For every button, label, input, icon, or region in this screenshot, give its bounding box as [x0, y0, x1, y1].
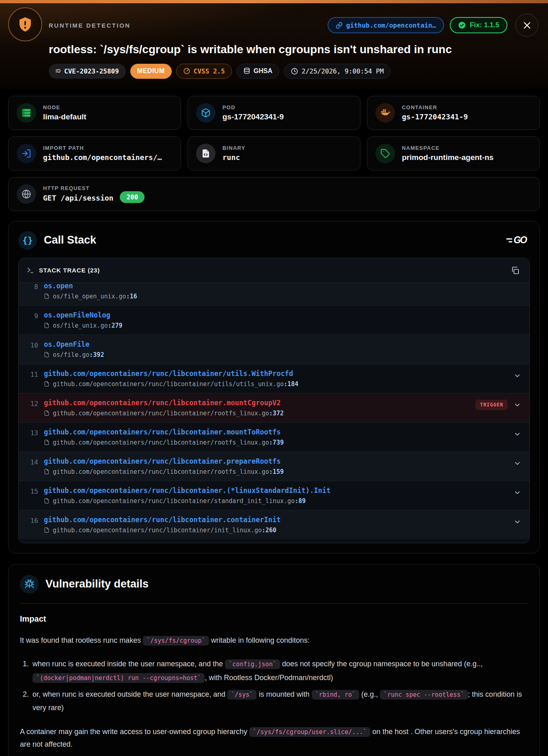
fix-version-badge[interactable]: Fix: 1.1.5 — [450, 17, 507, 33]
frame-function: github.com/opencontainers/runc/libcontai… — [44, 399, 470, 407]
frame-number: 10 — [25, 340, 38, 349]
inline-code: `/sys` — [227, 690, 257, 700]
import-path-value: github.com/opencontainers/… — [43, 153, 162, 162]
frame-file-path: github.com/opencontainers/runc/libcontai… — [53, 527, 262, 534]
frame-number: 13 — [25, 428, 38, 437]
stack-frame[interactable]: 9 os.openFileNolog os/file_unix.go:279 — [19, 305, 529, 335]
page-title: rootless: `/sys/fs/cgroup` is writable w… — [49, 42, 526, 57]
stack-trace-card: STACK TRACE (23) 8 os.open os/file_open_… — [18, 258, 530, 543]
timestamp-badge: 2/25/2026, 9:00:54 PM — [284, 64, 391, 79]
frame-number: 11 — [25, 369, 38, 378]
stack-frame[interactable]: 16 github.com/opencontainers/runc/libcon… — [19, 510, 529, 539]
eyebrow-label: RUNTIME DETECTION — [49, 22, 131, 29]
chevron-down-icon[interactable] — [513, 372, 521, 380]
severity-badge: MEDIUM — [130, 64, 172, 79]
chevron-down-icon[interactable] — [513, 460, 521, 467]
binary-card: BINARY runc — [188, 136, 360, 171]
file-icon — [44, 322, 50, 328]
close-button[interactable] — [516, 14, 538, 37]
inline-code: `rbind, ro` — [312, 690, 359, 700]
stack-trace-scroll[interactable]: 8 os.open os/file_open_unix.go:16 9 os.o… — [19, 283, 529, 543]
inline-code: `/sys/fs/cgroup/user.slice/...` — [249, 727, 370, 737]
link-icon — [336, 22, 343, 29]
frame-function: os.open — [44, 283, 508, 290]
vulnerability-details-title: Vulnerability details — [45, 578, 528, 590]
file-icon — [44, 527, 50, 533]
copy-button[interactable] — [509, 264, 521, 276]
http-request-card: HTTP REQUEST GET /api/session 200 — [8, 177, 540, 211]
frame-file-path: os/file.go — [53, 351, 89, 359]
impact-heading: Impact — [20, 614, 528, 624]
file-icon — [44, 439, 50, 445]
file-icon — [44, 381, 50, 387]
import-path-card: IMPORT PATH github.com/opencontainers/… — [8, 136, 181, 171]
frame-line-number: :159 — [269, 468, 284, 475]
card-label: HTTP REQUEST — [43, 185, 145, 191]
frame-line-number: :260 — [262, 527, 276, 534]
trigger-badge: TRIGGER — [475, 400, 508, 410]
cvss-badge: CVSS 2.5 — [176, 64, 232, 79]
source-badge: GHSA — [236, 64, 279, 79]
frame-line-number: :89 — [295, 497, 306, 505]
stack-frame[interactable]: 10 os.OpenFile os/file.go:392 — [19, 335, 529, 364]
pod-value: gs-1772042341-9 — [222, 112, 284, 121]
frame-file-path: github.com/opencontainers/runc/libcontai… — [53, 497, 295, 505]
bug-icon — [20, 575, 39, 594]
stack-frame[interactable]: 8 os.open os/file_open_unix.go:16 — [19, 283, 529, 305]
timestamp-text: 2/25/2026, 9:00:54 PM — [302, 67, 384, 75]
frame-line-number: :372 — [269, 410, 284, 417]
condition-item: or, when runc is executed outside the us… — [31, 688, 528, 715]
divider — [20, 603, 528, 604]
inline-code: `/sys/fs/cgroup` — [143, 636, 209, 646]
stack-frame[interactable]: 12 github.com/opencontainers/runc/libcon… — [19, 393, 529, 422]
cve-id-badge: ID CVE-2023-25809 — [49, 64, 126, 79]
chevron-down-icon[interactable] — [513, 518, 521, 526]
fix-version-text: Fix: 1.1.5 — [470, 21, 499, 29]
frame-file-path: os/file_open_unix.go — [53, 293, 126, 300]
inline-code: `(docker|podman|nerdctl) run --cgroupns=… — [32, 673, 205, 683]
card-label: CONTAINER — [402, 104, 468, 110]
context-cards: NODE lima-default POD gs-1772042341-9 — [8, 96, 540, 171]
stack-frame[interactable]: 11 github.com/opencontainers/runc/libcon… — [19, 364, 529, 393]
file-icon — [44, 410, 50, 416]
chevron-down-icon[interactable] — [513, 430, 521, 438]
server-icon — [17, 103, 36, 123]
call-stack-title: Call Stack — [44, 234, 499, 246]
cvss-score: CVSS 2.5 — [194, 67, 225, 75]
pod-card: POD gs-1772042341-9 — [188, 96, 360, 130]
cube-icon — [196, 103, 216, 123]
stack-frame[interactable]: 13 github.com/opencontainers/runc/libcon… — [19, 422, 529, 451]
tag-icon — [375, 144, 395, 163]
cve-id-value: CVE-2023-25809 — [64, 67, 119, 75]
chevron-down-icon[interactable] — [513, 401, 521, 409]
file-code-icon — [196, 144, 216, 163]
inline-code: `config.json` — [225, 659, 280, 669]
frame-file-path: github.com/opencontainers/runc/libcontai… — [53, 468, 269, 475]
frame-function: github.com/opencontainers/runc/libcontai… — [44, 428, 508, 436]
namespace-card: NAMESPACE primod-runtime-agent-ns — [367, 136, 540, 171]
frame-number: 8 — [25, 283, 38, 291]
chevron-down-icon[interactable] — [513, 489, 521, 497]
stack-frame[interactable]: 15 github.com/opencontainers/runc/libcon… — [19, 481, 529, 510]
close-icon — [522, 21, 532, 30]
terminal-icon — [27, 267, 34, 274]
stack-trace-label: STACK TRACE (23) — [39, 267, 504, 274]
frame-line-number: :392 — [89, 351, 104, 359]
file-icon — [44, 498, 50, 504]
card-label: BINARY — [222, 145, 246, 151]
card-label: NAMESPACE — [402, 145, 494, 151]
frame-number: 16 — [25, 516, 38, 525]
frame-file-path: github.com/opencontainers/runc/libcontai… — [53, 380, 284, 388]
conditions-list: when runc is executed inside the user na… — [20, 657, 528, 715]
frame-number: 12 — [25, 399, 38, 408]
container-value: gs-1772042341-9 — [402, 112, 468, 121]
database-icon — [243, 67, 250, 75]
globe-icon — [17, 184, 36, 204]
frame-function: github.com/opencontainers/runc/libcontai… — [44, 516, 508, 524]
copy-icon — [511, 266, 520, 275]
vulnerability-details-section: Vulnerability details Impact It was foun… — [8, 564, 540, 756]
file-icon — [44, 293, 50, 299]
clock-icon — [291, 67, 298, 75]
stack-frame[interactable]: 14 github.com/opencontainers/runc/libcon… — [19, 451, 529, 481]
repo-link-pill[interactable]: github.com/opencontain… — [328, 17, 444, 33]
